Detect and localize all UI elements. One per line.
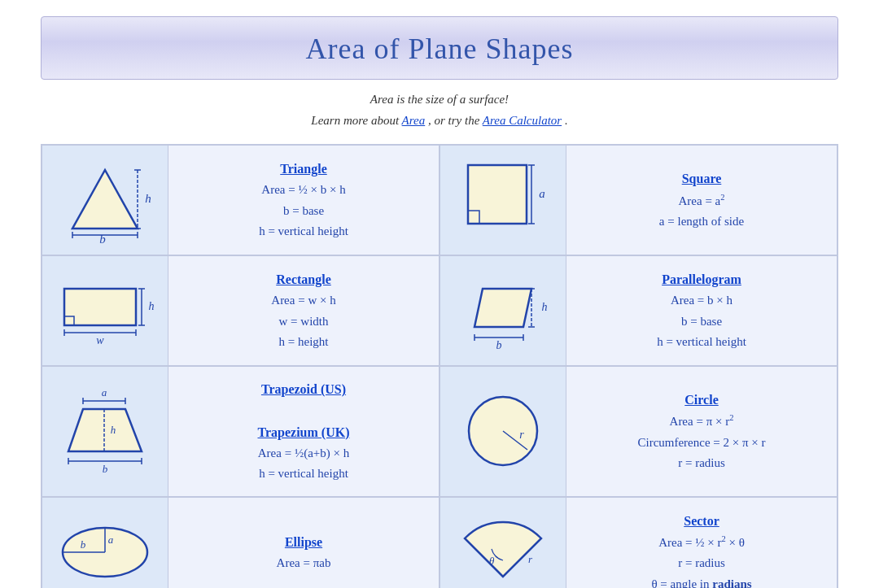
sector-cell: θ r Sector Area = ½ × r2 × θ r = radius … bbox=[440, 497, 837, 588]
svg-text:r: r bbox=[528, 553, 533, 565]
area-link[interactable]: Area bbox=[402, 114, 426, 127]
header-banner: Area of Plane Shapes bbox=[41, 16, 838, 80]
ellipse-formula: Area = πab bbox=[277, 553, 331, 574]
triangle-formula: Area = ½ × b × h b = base h = vertical h… bbox=[259, 180, 348, 242]
circle-link[interactable]: Circle bbox=[684, 389, 718, 411]
rectangle-figure: w h bbox=[42, 256, 168, 365]
trapezoid-figure: a b h bbox=[42, 367, 168, 496]
svg-text:b: b bbox=[496, 339, 502, 351]
svg-text:h: h bbox=[111, 424, 116, 436]
trapezoid-formula: Area = ½(a+b) × h h = vertical height bbox=[258, 443, 349, 485]
svg-text:b: b bbox=[103, 463, 108, 475]
sector-info: Sector Area = ½ × r2 × θ r = radius θ = … bbox=[566, 498, 837, 588]
svg-text:h: h bbox=[542, 301, 548, 313]
ellipse-info: Ellipse Area = πab bbox=[168, 498, 439, 588]
rectangle-info: Rectangle Area = w × h w = width h = hei… bbox=[168, 256, 439, 365]
sector-figure: θ r bbox=[440, 498, 566, 588]
svg-rect-14 bbox=[64, 289, 136, 325]
square-info: Square Area = a2 a = length of side bbox=[566, 146, 837, 255]
square-cell: a Square Area = a2 a = length of side bbox=[440, 145, 837, 255]
triangle-info: Triangle Area = ½ × b × h b = base h = v… bbox=[168, 146, 439, 255]
parallelogram-info: Parallelogram Area = b × h b = base h = … bbox=[566, 256, 837, 365]
rectangle-link[interactable]: Rectangle bbox=[276, 268, 331, 290]
parallelogram-figure: h b bbox=[440, 256, 566, 365]
svg-text:b: b bbox=[81, 538, 86, 551]
trapezoid-info: Trapezoid (US) Trapezium (UK) Area = ½(a… bbox=[168, 367, 439, 496]
ellipse-cell: b a Ellipse Area = πab bbox=[42, 497, 440, 588]
page-wrapper: Area of Plane Shapes Area is the size of… bbox=[33, 0, 846, 588]
parallelogram-formula: Area = b × h b = base h = vertical heigh… bbox=[657, 290, 746, 353]
svg-text:a: a bbox=[102, 386, 107, 399]
subtitle-learn: Learn more about bbox=[311, 114, 399, 127]
triangle-figure: b h bbox=[42, 146, 168, 255]
svg-text:h: h bbox=[149, 300, 155, 312]
ellipse-link[interactable]: Ellipse bbox=[285, 531, 322, 553]
circle-cell: r Circle Area = π × r2 Circumference = 2… bbox=[440, 366, 837, 497]
triangle-link[interactable]: Triangle bbox=[280, 158, 326, 180]
subtitle-period: . bbox=[565, 114, 568, 127]
svg-rect-9 bbox=[468, 165, 527, 224]
triangle-cell: b h Triangle Area = ½ × b × h b = base h… bbox=[42, 145, 440, 255]
svg-text:a: a bbox=[539, 187, 545, 200]
ellipse-figure: b a bbox=[42, 498, 168, 588]
square-figure: a bbox=[440, 146, 566, 255]
square-link[interactable]: Square bbox=[682, 168, 722, 189]
svg-text:a: a bbox=[108, 534, 114, 546]
square-formula: Area = a2 a = length of side bbox=[659, 190, 744, 233]
sector-formula: Area = ½ × r2 × θ r = radius θ = angle i… bbox=[651, 532, 751, 588]
svg-text:r: r bbox=[519, 429, 524, 441]
svg-text:w: w bbox=[96, 334, 104, 346]
parallelogram-link[interactable]: Parallelogram bbox=[662, 268, 741, 290]
subtitle-line1: Area is the size of a surface! bbox=[370, 93, 509, 106]
svg-marker-23 bbox=[474, 289, 531, 327]
trapezium-link[interactable]: Trapezium (UK) bbox=[257, 421, 349, 443]
svg-marker-0 bbox=[72, 170, 138, 229]
svg-marker-32 bbox=[68, 409, 142, 451]
circle-formula: Area = π × r2 Circumference = 2 × π × r … bbox=[637, 411, 765, 474]
circle-figure: r bbox=[440, 367, 566, 496]
svg-text:h: h bbox=[145, 192, 151, 205]
subtitle: Area is the size of a surface! Learn mor… bbox=[41, 89, 838, 131]
svg-text:b: b bbox=[99, 233, 106, 245]
page-title: Area of Plane Shapes bbox=[58, 32, 821, 66]
shapes-grid: b h Triangle Area = ½ × b × h b = base h… bbox=[41, 144, 838, 588]
sector-link[interactable]: Sector bbox=[684, 510, 719, 532]
rectangle-formula: Area = w × h w = width h = height bbox=[271, 290, 335, 353]
trapezoid-link[interactable]: Trapezoid (US) bbox=[261, 378, 346, 400]
calculator-link[interactable]: Area Calculator bbox=[483, 114, 562, 127]
trapezoid-cell: a b h Trapezoid (US) Trapezium (UK) Area… bbox=[42, 366, 440, 497]
parallelogram-cell: h b Parallelogram Area = b × h b = base … bbox=[440, 255, 837, 366]
subtitle-or-try: , or try the bbox=[428, 114, 479, 127]
circle-info: Circle Area = π × r2 Circumference = 2 ×… bbox=[566, 367, 837, 496]
rectangle-cell: w h Rectangle Area = w × h w = width h =… bbox=[42, 255, 440, 366]
